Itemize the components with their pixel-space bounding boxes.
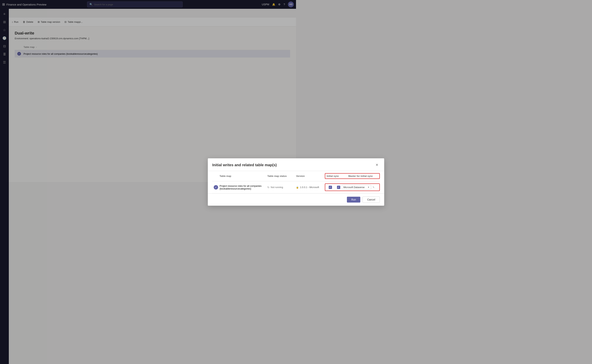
modal-title: Initial writes and related table map(s) (212, 163, 277, 167)
col-header-status: Table map status (267, 175, 296, 177)
modal-header: Initial writes and related table map(s) … (208, 158, 296, 171)
modal-table: Table map Table map status Version Initi… (208, 171, 296, 182)
modal: Initial writes and related table map(s) … (208, 158, 296, 182)
modal-overlay: Initial writes and related table map(s) … (0, 0, 296, 182)
modal-table-header: Table map Table map status Version Initi… (212, 171, 296, 181)
col-header-table-map: Table map (220, 175, 267, 177)
modal-table-row: ✓ Project resource roles for all compani… (212, 181, 296, 182)
